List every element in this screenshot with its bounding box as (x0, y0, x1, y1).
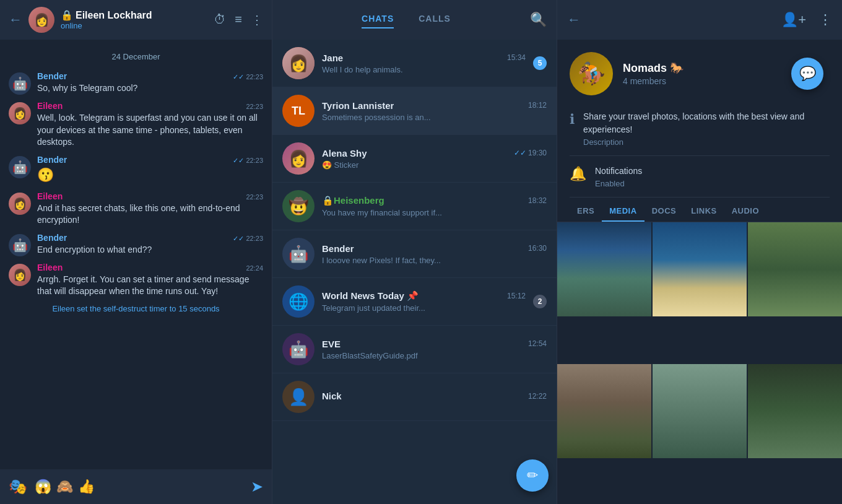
chat-list: 👩 Jane 15:34 Well I do help animals. 5 T… (272, 40, 557, 504)
notifications-content: Notifications Enabled (595, 165, 642, 188)
chat-preview: 😍 Sticker (322, 160, 547, 170)
notifications-row[interactable]: 🔔 Notifications Enabled (557, 156, 842, 197)
chat-name: Alena Shy (322, 148, 367, 159)
online-status: online (61, 21, 207, 30)
tab-members[interactable]: ERS (570, 200, 602, 222)
chat-body: Tyrion Lannister 18:12 Sometimes possess… (322, 100, 547, 122)
group-info-section: 🏇 Nomads 🐎 4 members 💬 (557, 40, 842, 102)
group-avatar-img: 🏇 (570, 52, 613, 95)
message-content: Bender 22:23 😗 (37, 155, 263, 185)
sender-name: Eileen (37, 263, 63, 272)
chat-icon: 💬 (799, 66, 816, 82)
chat-body: Jane 15:34 Well I do help animals. (322, 53, 526, 74)
media-cell[interactable] (748, 364, 842, 458)
description-content: Share your travel photos, locations with… (583, 110, 830, 147)
back-button[interactable]: ← (9, 12, 22, 28)
chat-item-jane[interactable]: 👩 Jane 15:34 Well I do help animals. 5 (272, 40, 557, 87)
tab-calls[interactable]: CALLS (419, 14, 451, 26)
chat-item-heisenberg[interactable]: 🤠 🔒Heisenberg 18:32 You have my financia… (272, 183, 557, 230)
send-button[interactable]: ➤ (251, 478, 263, 495)
message-row: 🤖 Bender 22:23 End encryption to what en… (9, 233, 263, 256)
chat-avatar: 🌐 (282, 285, 315, 318)
chat-item-nick[interactable]: 👤 Nick 12:22 (272, 373, 557, 421)
chat-name: EVE (322, 339, 341, 349)
hamburger-icon[interactable]: ≡ (235, 12, 242, 27)
chat-time: 16:30 (528, 244, 547, 253)
chat-meta: 2 (533, 295, 547, 308)
message-text: Well, look. Telegram is superfast and yo… (37, 112, 263, 149)
chat-time: 18:32 (528, 196, 547, 205)
timer-icon[interactable]: ⏱ (214, 12, 226, 27)
tab-media[interactable]: MEDIA (602, 200, 644, 222)
right-panel: ← 👤+ ⋮ 🏇 Nomads 🐎 4 members 💬 ℹ Share yo… (557, 0, 842, 504)
chat-preview: Sometimes possession is an... (322, 113, 547, 122)
add-person-icon[interactable]: 👤+ (781, 12, 806, 28)
tab-audio[interactable]: AUDIO (724, 200, 766, 222)
chat-avatar: TL (282, 95, 315, 127)
contact-name: 🔒 Eileen Lockhard (61, 9, 207, 21)
tab-docs[interactable]: DOCS (645, 200, 684, 222)
sender-name: Eileen (37, 191, 63, 201)
tab-links[interactable]: LINKS (684, 200, 724, 222)
chat-preview: Telegram just updated their... (322, 303, 526, 313)
emoji-row: 😱 🙈 👍 (35, 479, 243, 495)
chat-preview: You have my financial support if... (322, 208, 547, 217)
sticker-button[interactable]: 🎭 (9, 478, 27, 495)
message-text: 😗 (37, 166, 263, 185)
more-menu-icon[interactable]: ⋮ (251, 12, 263, 27)
media-grid (557, 222, 842, 504)
chat-time: 15:12 (507, 292, 526, 300)
date-divider: 24 December (9, 52, 263, 61)
group-members: 4 members (623, 76, 684, 86)
search-button[interactable]: 🔍 (530, 12, 547, 28)
chat-item-tyrion[interactable]: TL Tyrion Lannister 18:12 Sometimes poss… (272, 87, 557, 135)
message-content: Eileen 22:24 Arrgh. Forget it. You can s… (37, 263, 263, 298)
media-cell[interactable] (653, 364, 747, 458)
message-time: 22:23 (233, 157, 263, 165)
tabs-header: CHATS CALLS 🔍 (272, 0, 557, 40)
media-cell[interactable] (653, 222, 747, 316)
message-time: 22:23 (246, 193, 263, 201)
emoji-3: 👍 (78, 479, 95, 495)
back-button[interactable]: ← (567, 12, 581, 28)
chat-name: World News Today 📌 (322, 290, 419, 302)
group-details: Nomads 🐎 4 members (623, 61, 684, 86)
chat-body: Alena Shy ✓✓ 19:30 😍 Sticker (322, 148, 547, 170)
media-tabs: ERS MEDIA DOCS LINKS AUDIO (557, 200, 842, 222)
media-cell[interactable] (557, 364, 651, 458)
chat-preview: Well I do help animals. (322, 65, 526, 74)
chat-list-panel: CHATS CALLS 🔍 👩 Jane 15:34 Well I do hel… (272, 0, 557, 504)
emoji-1: 😱 (35, 479, 51, 495)
chat-avatar: 👩 (282, 47, 315, 79)
message-row: 🤖 Bender 22:23 😗 (9, 155, 263, 185)
sender-name: Eileen (37, 101, 63, 111)
message-row: 🤖 Bender 22:23 So, why is Telegram cool? (9, 71, 263, 95)
chat-time: 12:22 (528, 392, 547, 401)
compose-fab[interactable]: ✏ (516, 459, 549, 492)
middle-panel: CHATS CALLS 🔍 👩 Jane 15:34 Well I do hel… (272, 0, 557, 504)
system-message: Eileen set the self-destruct timer to 15… (9, 304, 263, 313)
description-text: Share your travel photos, locations with… (583, 110, 830, 136)
tab-chats[interactable]: CHATS (362, 14, 394, 26)
description-label: Description (583, 137, 830, 147)
chat-item-bender[interactable]: 🤖 Bender 16:30 I looove new Pixels! If f… (272, 230, 557, 278)
chat-item-alena[interactable]: 👩 Alena Shy ✓✓ 19:30 😍 Sticker (272, 135, 557, 183)
sender-name: Bender (37, 233, 67, 243)
chat-name: Tyrion Lannister (322, 100, 394, 111)
more-menu-icon[interactable]: ⋮ (818, 12, 832, 28)
group-avatar: 🏇 (570, 52, 613, 95)
chat-fab[interactable]: 💬 (791, 58, 823, 90)
chat-name: 🔒Heisenberg (322, 195, 384, 206)
unread-badge: 5 (533, 56, 547, 70)
chat-body: EVE 12:54 LaserBlastSafetyGuide.pdf (322, 339, 547, 360)
chat-item-worldnews[interactable]: 🌐 World News Today 📌 15:12 Telegram just… (272, 278, 557, 326)
message-content: Eileen 22:23 And it has secret chats, li… (37, 191, 263, 227)
sender-name: Bender (37, 71, 67, 81)
emoji-2: 🙈 (56, 479, 73, 495)
media-cell[interactable] (557, 222, 651, 316)
chat-item-eve[interactable]: 🤖 EVE 12:54 LaserBlastSafetyGuide.pdf (272, 326, 557, 373)
message-time: 22:23 (233, 235, 263, 243)
message-content: Eileen 22:23 Well, look. Telegram is sup… (37, 101, 263, 149)
media-cell[interactable] (748, 222, 842, 316)
chat-body: World News Today 📌 15:12 Telegram just u… (322, 290, 526, 313)
